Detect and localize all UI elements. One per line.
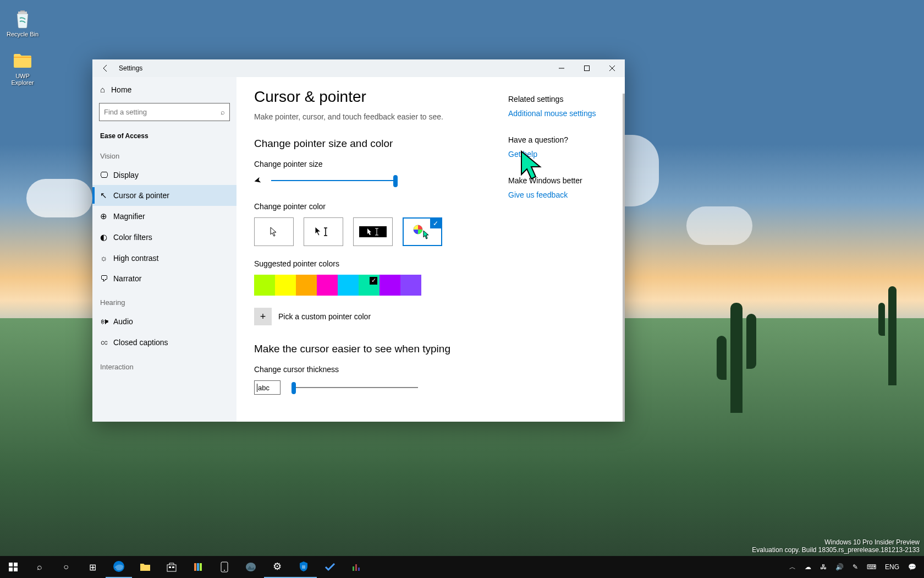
slider-thumb[interactable]: [393, 175, 398, 187]
pointer-size-slider[interactable]: [271, 180, 398, 181]
color-scheme-custom[interactable]: [403, 217, 442, 246]
taskbar-cortana[interactable]: ○: [53, 556, 79, 578]
search-icon: ⌕: [37, 562, 42, 572]
color-swatch[interactable]: [317, 275, 338, 296]
svg-rect-21: [358, 568, 360, 571]
sidebar-item-display[interactable]: 🖵Display: [92, 165, 237, 185]
tray-pen[interactable]: ✎: [848, 563, 862, 571]
sidebar-item-color-filters[interactable]: ◐Color filters: [92, 227, 237, 248]
search-input[interactable]: ⌕: [99, 103, 230, 121]
suggested-colors-label: Suggested pointer colors: [254, 259, 497, 268]
svg-rect-6: [9, 568, 13, 571]
notification-icon: 💬: [908, 563, 916, 571]
taskbar-todo[interactable]: [317, 556, 343, 578]
plus-icon: +: [260, 311, 266, 323]
custom-color-button[interactable]: +: [254, 308, 272, 325]
wallpaper-cactus: [730, 303, 743, 413]
taskbar-explorer[interactable]: [132, 556, 158, 578]
related-settings-heading: Related settings: [508, 95, 607, 103]
taskbar-taskview[interactable]: ⊞: [79, 556, 106, 578]
color-scheme-black[interactable]: [304, 217, 343, 246]
settings-content: Cursor & pointer Make pointer, cursor, a…: [237, 77, 625, 422]
pointer-color-label: Change pointer color: [254, 202, 497, 211]
desktop-icon-uwp-explorer[interactable]: UWP Explorer: [2, 46, 43, 88]
sidebar-item-label: Display: [113, 171, 139, 179]
sidebar-category: Ease of Access: [92, 127, 237, 142]
sidebar-item-magnifier[interactable]: ⊕Magnifier: [92, 206, 237, 227]
taskbar-settings[interactable]: ⚙: [264, 556, 290, 578]
window-titlebar: Settings: [92, 59, 625, 77]
folder-icon: [11, 48, 34, 72]
color-swatch[interactable]: [296, 275, 317, 296]
taskbar-phone[interactable]: [211, 556, 238, 578]
network-icon: 🖧: [820, 563, 827, 571]
cursor-thickness-slider[interactable]: [292, 387, 418, 388]
svg-rect-18: [302, 565, 305, 569]
captions-icon: ㏄: [100, 337, 113, 347]
display-icon: 🖵: [100, 170, 113, 179]
settings-window: Settings ⌂ Home ⌕ Ease of Access Vision …: [92, 59, 625, 422]
taskbar-edge[interactable]: [106, 556, 132, 578]
svg-point-17: [246, 563, 256, 571]
color-swatch[interactable]: [254, 275, 275, 296]
minimize-button[interactable]: [549, 59, 574, 77]
page-subtitle: Make pointer, cursor, and touch feedback…: [254, 112, 497, 121]
color-scheme-white[interactable]: [254, 217, 294, 246]
sidebar-item-audio[interactable]: 🕪Audio: [92, 311, 237, 331]
svg-rect-0: [18, 12, 27, 14]
tray-keyboard[interactable]: ⌨: [862, 563, 881, 571]
tray-volume[interactable]: 🔊: [831, 563, 848, 571]
tray-network[interactable]: 🖧: [816, 563, 831, 571]
svg-rect-10: [169, 566, 171, 568]
sidebar-home[interactable]: ⌂ Home: [92, 79, 237, 100]
feedback-link[interactable]: Give us feedback: [508, 190, 607, 199]
tray-overflow[interactable]: ︿: [785, 563, 800, 572]
additional-mouse-settings-link[interactable]: Additional mouse settings: [508, 109, 607, 118]
windows-watermark: Windows 10 Pro Insider Preview Evaluatio…: [752, 538, 920, 554]
taskbar-search[interactable]: ⌕: [26, 556, 53, 578]
recycle-bin-icon: [11, 7, 34, 30]
color-swatch[interactable]: [275, 275, 296, 296]
desktop-icon-recycle-bin[interactable]: Recycle Bin: [2, 4, 43, 40]
sidebar-item-cursor-pointer[interactable]: ↖Cursor & pointer: [92, 185, 237, 206]
cursor-thickness-label: Change cursor thickness: [254, 365, 497, 374]
scrollbar[interactable]: [623, 94, 625, 422]
desktop-icon-label: Recycle Bin: [7, 31, 38, 37]
back-button[interactable]: [92, 64, 119, 73]
taskbar-app[interactable]: [185, 556, 211, 578]
taskbar-photos[interactable]: [238, 556, 264, 578]
svg-rect-7: [14, 568, 18, 571]
close-button[interactable]: [600, 59, 625, 77]
taskbar-store[interactable]: [158, 556, 185, 578]
cursor-icon: ↖: [100, 190, 113, 200]
taskbar-app-2[interactable]: [343, 556, 370, 578]
svg-rect-20: [355, 564, 357, 571]
color-swatch[interactable]: [400, 275, 421, 296]
pointer-size-label: Change pointer size: [254, 160, 497, 168]
sidebar-item-high-contrast[interactable]: ☼High contrast: [92, 248, 237, 268]
sidebar-home-label: Home: [111, 85, 131, 94]
tray-language[interactable]: ENG: [881, 563, 904, 571]
tray-onedrive[interactable]: ☁: [800, 563, 816, 571]
volume-icon: 🔊: [835, 563, 844, 571]
svg-rect-12: [194, 563, 196, 571]
color-swatch[interactable]: [338, 275, 359, 296]
section-title: Make the cursor easier to see when typin…: [254, 343, 497, 355]
maximize-button[interactable]: [574, 59, 600, 77]
sidebar-item-label: Narrator: [113, 274, 141, 283]
sidebar-item-label: Magnifier: [113, 212, 145, 221]
color-swatch[interactable]: [380, 275, 400, 296]
color-swatch[interactable]: [359, 275, 380, 296]
taskbar-security[interactable]: [290, 556, 317, 578]
sidebar-item-closed-captions[interactable]: ㏄Closed captions: [92, 331, 237, 353]
svg-rect-2: [585, 66, 590, 71]
sidebar-group-hearing: Hearing: [92, 288, 237, 311]
svg-rect-4: [9, 563, 13, 566]
tray-action-center[interactable]: 💬: [904, 563, 921, 571]
slider-thumb[interactable]: [292, 382, 296, 394]
start-button[interactable]: [0, 556, 26, 578]
audio-icon: 🕪: [100, 317, 113, 326]
sidebar-item-narrator[interactable]: 🗩Narrator: [92, 268, 237, 288]
color-scheme-inverted[interactable]: [353, 217, 393, 246]
search-field[interactable]: [104, 108, 221, 116]
